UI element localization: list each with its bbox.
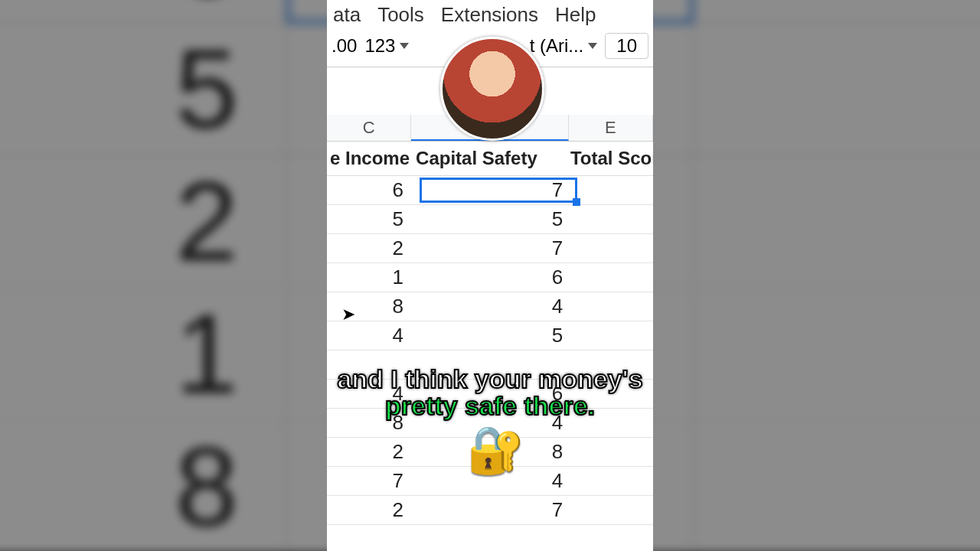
font-size-input[interactable]: 10 (605, 33, 648, 59)
cell-capital-safety[interactable]: 7 (420, 236, 577, 260)
menu-extensions[interactable]: Extensions (441, 3, 538, 27)
table-row[interactable]: 27 (327, 234, 653, 263)
cell-income[interactable]: 2 (327, 498, 420, 522)
table-row[interactable]: 67 (327, 176, 653, 205)
table-row[interactable]: 16 (327, 263, 653, 292)
chevron-down-icon (588, 43, 597, 49)
col-letter-e[interactable]: E (569, 115, 653, 141)
cell-capital-safety[interactable]: 5 (420, 324, 577, 347)
format-123-button[interactable]: 123 (364, 35, 409, 57)
header-row: e Income Capital Safety Total Scor (327, 142, 653, 176)
caption-line-1: and I think your money's (0, 364, 980, 394)
cell-capital-safety[interactable]: 7 (420, 178, 577, 202)
header-income: e Income (327, 142, 413, 175)
cell-income[interactable]: 6 (327, 178, 420, 202)
menu-bar: ata Tools Extensions Help (327, 0, 653, 31)
menu-tools[interactable]: Tools (377, 3, 424, 27)
table-row[interactable]: 84 (327, 292, 653, 321)
chevron-down-icon (400, 43, 409, 49)
cell-income[interactable]: 2 (327, 236, 420, 260)
menu-help[interactable]: Help (555, 3, 596, 27)
cell-capital-safety[interactable]: 5 (420, 207, 577, 231)
col-letter-c[interactable]: C (327, 115, 411, 141)
cell-capital-safety[interactable]: 4 (420, 295, 577, 318)
cell-capital-safety[interactable]: 7 (420, 498, 577, 522)
caption-line-2: pretty safe there. (0, 391, 980, 421)
header-capital-safety: Capital Safety (413, 142, 567, 175)
font-select[interactable]: t (Ari... (530, 35, 598, 57)
table-row[interactable]: 45 (327, 321, 653, 350)
menu-data[interactable]: ata (333, 3, 361, 27)
cell-income[interactable]: 5 (327, 207, 420, 231)
presenter-avatar (440, 37, 544, 141)
cell-income[interactable]: 7 (327, 469, 420, 493)
header-total-score: Total Scor (567, 142, 653, 175)
cell-income[interactable]: 2 (327, 440, 420, 464)
cell-income[interactable]: 4 (327, 324, 420, 347)
decrease-decimal-button[interactable]: .00 (332, 35, 357, 57)
table-row[interactable]: 27 (327, 496, 653, 525)
lock-icon: 🔐 (467, 422, 524, 477)
cell-capital-safety[interactable]: 6 (420, 266, 577, 289)
video-caption: and I think your money's pretty safe the… (0, 364, 980, 421)
table-row[interactable]: 55 (327, 205, 653, 234)
cell-income[interactable]: 1 (327, 266, 420, 289)
cell-income[interactable]: 8 (327, 295, 420, 318)
